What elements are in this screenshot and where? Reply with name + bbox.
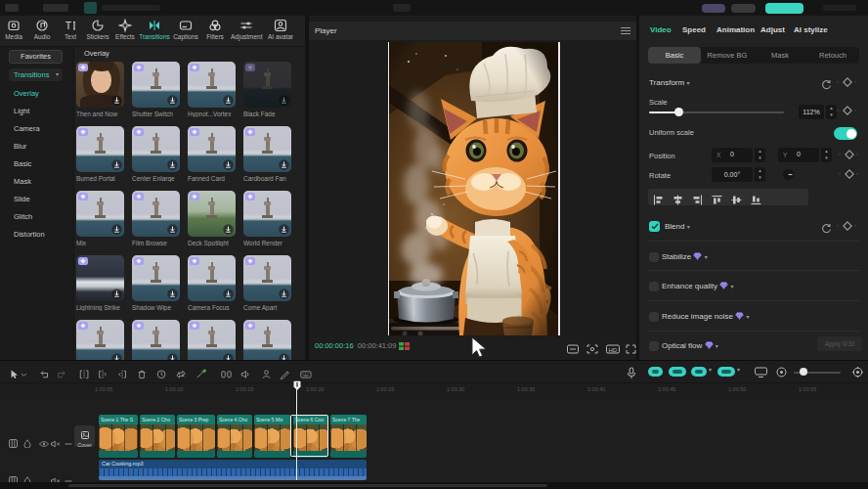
svg-text:HD: HD bbox=[609, 347, 618, 353]
